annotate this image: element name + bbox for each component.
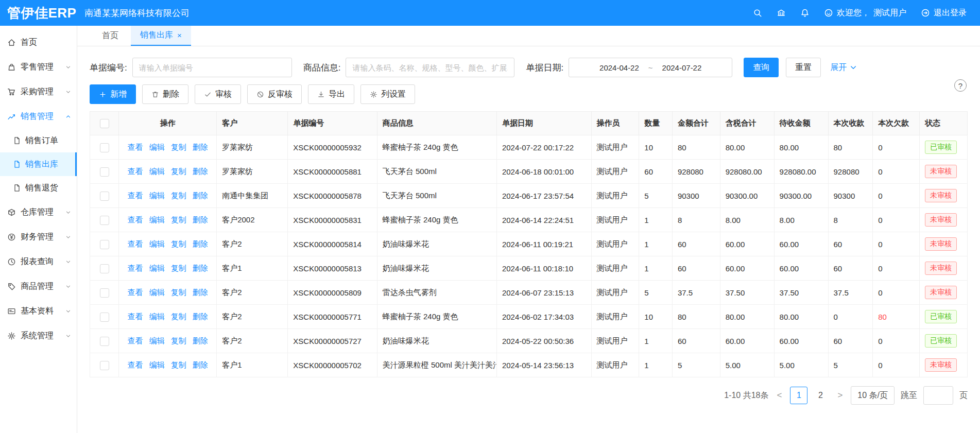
row-checkbox[interactable] — [100, 240, 109, 249]
bell-icon[interactable] — [800, 8, 810, 18]
search-button[interactable]: 查询 — [744, 58, 779, 77]
row-action-view[interactable]: 查看 — [128, 360, 143, 369]
cell-date: 2024-06-07 23:15:13 — [496, 281, 591, 305]
sidebar-item-sales[interactable]: 销售管理 — [0, 104, 77, 129]
row-action-edit[interactable]: 编辑 — [149, 215, 165, 224]
delete-button[interactable]: 删除 — [142, 84, 188, 104]
logout-button[interactable]: 退出登录 — [921, 8, 967, 19]
sidebar-subitem-sales-return[interactable]: 销售退货 — [0, 176, 77, 200]
tab-home[interactable]: 首页 — [93, 26, 128, 46]
sidebar-item-warehouse[interactable]: 仓库管理 — [0, 200, 77, 224]
row-checkbox[interactable] — [100, 361, 109, 370]
row-action-edit[interactable]: 编辑 — [149, 264, 165, 272]
row-action-view[interactable]: 查看 — [128, 239, 143, 248]
select-all-checkbox[interactable] — [100, 119, 109, 128]
cell-amount: 80 — [672, 135, 720, 160]
row-action-view[interactable]: 查看 — [128, 167, 143, 176]
sidebar-item-retail[interactable]: 零售管理 — [0, 55, 77, 79]
row-checkbox[interactable] — [100, 167, 109, 177]
row-action-view[interactable]: 查看 — [128, 336, 143, 345]
row-action-delete[interactable]: 删除 — [193, 191, 208, 200]
row-action-copy[interactable]: 复制 — [171, 360, 186, 369]
row-action-edit[interactable]: 编辑 — [149, 191, 165, 200]
row-action-delete[interactable]: 删除 — [193, 167, 208, 176]
row-action-delete[interactable]: 删除 — [193, 215, 208, 224]
sidebar-subitem-sales-order[interactable]: 销售订单 — [0, 129, 77, 152]
sidebar-item-home[interactable]: 首页 — [0, 30, 77, 55]
expand-link[interactable]: 展开 — [830, 62, 858, 73]
row-action-view[interactable]: 查看 — [128, 143, 143, 151]
row-action-edit[interactable]: 编辑 — [149, 288, 165, 297]
date-start-value[interactable]: 2024-04-22 — [599, 63, 639, 72]
prev-page-button[interactable]: < — [775, 390, 784, 401]
row-action-delete[interactable]: 删除 — [193, 239, 208, 248]
sidebar-item-system[interactable]: 系统管理 — [0, 323, 77, 348]
jump-suffix-label: 页 — [959, 390, 968, 401]
row-checkbox[interactable] — [100, 337, 109, 346]
page-size-select[interactable]: 10 条/页 — [851, 386, 895, 405]
row-action-copy[interactable]: 复制 — [171, 239, 186, 248]
audit-button[interactable]: 审核 — [195, 84, 241, 104]
search-icon[interactable] — [753, 8, 762, 18]
row-checkbox[interactable] — [100, 143, 109, 152]
unaudit-button[interactable]: 反审核 — [247, 84, 302, 104]
sidebar-item-basic-data[interactable]: 基本资料 — [0, 299, 77, 323]
row-action-view[interactable]: 查看 — [128, 288, 143, 297]
product-info-input[interactable] — [346, 58, 514, 77]
row-checkbox[interactable] — [100, 313, 109, 322]
tab-close-icon[interactable]: × — [177, 31, 182, 39]
row-action-view[interactable]: 查看 — [128, 264, 143, 272]
row-action-copy[interactable]: 复制 — [171, 215, 186, 224]
cell-status: 未审核 — [920, 353, 968, 377]
row-action-delete[interactable]: 删除 — [193, 288, 208, 297]
row-action-delete[interactable]: 删除 — [193, 143, 208, 151]
row-action-edit[interactable]: 编辑 — [149, 167, 165, 176]
row-action-edit[interactable]: 编辑 — [149, 360, 165, 369]
sidebar-subitem-sales-outbound[interactable]: 销售出库 — [0, 152, 77, 176]
row-action-copy[interactable]: 复制 — [171, 264, 186, 272]
column-settings-button[interactable]: 列设置 — [360, 84, 415, 104]
jump-page-input[interactable] — [923, 386, 953, 405]
sidebar-item-report[interactable]: 报表查询 — [0, 249, 77, 274]
row-checkbox[interactable] — [100, 264, 109, 273]
row-action-delete[interactable]: 删除 — [193, 312, 208, 321]
row-action-delete[interactable]: 删除 — [193, 360, 208, 369]
row-action-copy[interactable]: 复制 — [171, 167, 186, 176]
row-action-delete[interactable]: 删除 — [193, 264, 208, 272]
row-checkbox[interactable] — [100, 216, 109, 225]
row-action-edit[interactable]: 编辑 — [149, 239, 165, 248]
row-action-edit[interactable]: 编辑 — [149, 143, 165, 151]
row-checkbox[interactable] — [100, 192, 109, 201]
row-action-edit[interactable]: 编辑 — [149, 336, 165, 345]
bill-no-input[interactable] — [132, 58, 292, 77]
nav-home-icon[interactable] — [777, 8, 786, 18]
home-icon — [7, 38, 16, 47]
export-button[interactable]: 导出 — [308, 84, 354, 104]
sidebar-item-goods[interactable]: 商品管理 — [0, 274, 77, 299]
reset-button[interactable]: 重置 — [786, 58, 821, 77]
row-action-copy[interactable]: 复制 — [171, 191, 186, 200]
help-icon[interactable]: ? — [954, 79, 967, 92]
add-button[interactable]: 新增 — [90, 84, 136, 104]
row-actions: 查看编辑复制删除 — [119, 329, 217, 353]
row-checkbox[interactable] — [100, 288, 109, 298]
row-action-copy[interactable]: 复制 — [171, 143, 186, 151]
row-action-copy[interactable]: 复制 — [171, 312, 186, 321]
sidebar-item-purchase[interactable]: 采购管理 — [0, 79, 77, 104]
date-range-picker[interactable]: 2024-04-22 ~ 2024-07-22 — [569, 58, 732, 77]
row-action-copy[interactable]: 复制 — [171, 288, 186, 297]
tab-sales-outbound[interactable]: 销售出库× — [131, 26, 191, 46]
row-action-edit[interactable]: 编辑 — [149, 312, 165, 321]
page-number-2[interactable]: 2 — [812, 387, 829, 404]
page-number-1[interactable]: 1 — [790, 387, 807, 404]
product-info-label: 商品信息: — [303, 62, 341, 74]
row-action-view[interactable]: 查看 — [128, 191, 143, 200]
row-action-copy[interactable]: 复制 — [171, 336, 186, 345]
date-end-value[interactable]: 2024-07-22 — [662, 63, 702, 72]
row-action-view[interactable]: 查看 — [128, 215, 143, 224]
row-action-view[interactable]: 查看 — [128, 312, 143, 321]
sidebar-item-finance[interactable]: 财务管理 — [0, 224, 77, 249]
next-page-button[interactable]: > — [835, 390, 845, 401]
chevron-down-icon — [65, 64, 72, 71]
row-action-delete[interactable]: 删除 — [193, 336, 208, 345]
